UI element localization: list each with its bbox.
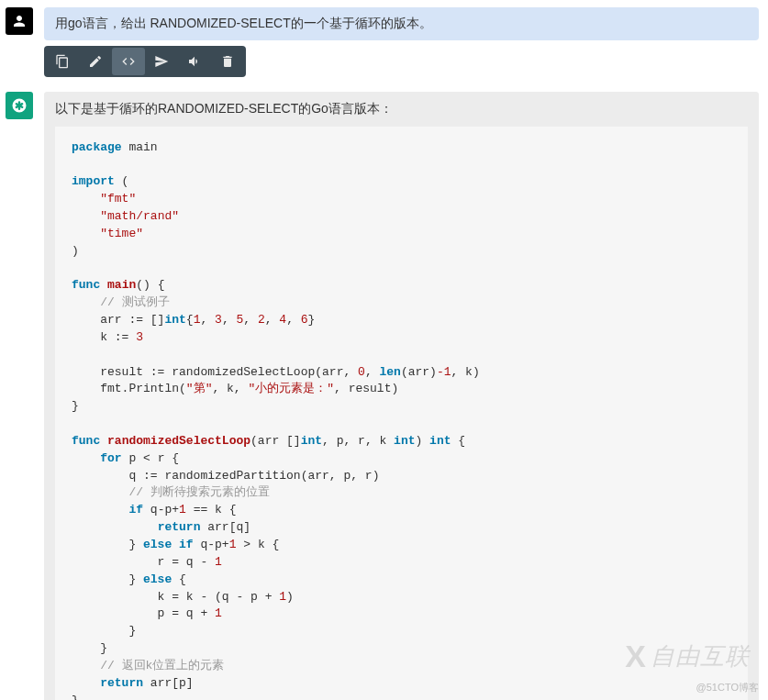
code-token: 1 bbox=[194, 313, 201, 327]
edit-icon bbox=[88, 54, 103, 69]
code-token: 3 bbox=[215, 313, 222, 327]
copy-button[interactable] bbox=[46, 48, 79, 75]
openai-icon bbox=[11, 97, 28, 114]
code-token: } bbox=[308, 313, 316, 327]
user-prompt-text: 用go语言，给出 RANDOMIZED-SELECT的一个基于循环的版本。 bbox=[44, 7, 759, 40]
code-token: , result) bbox=[334, 382, 398, 395]
code-token: } bbox=[72, 624, 136, 638]
code-token: ) bbox=[416, 434, 430, 448]
code-token: 1 bbox=[215, 606, 222, 620]
share-button[interactable] bbox=[145, 48, 178, 75]
share-icon bbox=[154, 54, 169, 69]
code-token: } bbox=[72, 641, 107, 655]
code-token: (arr [] bbox=[250, 434, 301, 448]
user-avatar bbox=[6, 7, 33, 35]
code-token: , p, r, k bbox=[322, 434, 394, 448]
code-token: "fmt" bbox=[100, 192, 136, 206]
ai-intro-text: 以下是基于循环的RANDOMIZED-SELECT的Go语言版本： bbox=[44, 92, 759, 127]
code-token: , k) bbox=[451, 365, 480, 379]
code-token: // 测试例子 bbox=[100, 295, 169, 309]
code-token: randomizedSelectLoop bbox=[107, 434, 250, 448]
code-token: -1 bbox=[437, 365, 451, 379]
code-token: 4 bbox=[279, 313, 286, 327]
ai-message-content: 以下是基于循环的RANDOMIZED-SELECT的Go语言版本： packag… bbox=[44, 92, 768, 700]
code-token: arr[p] bbox=[143, 676, 194, 690]
code-token: , bbox=[365, 365, 380, 379]
code-token: else bbox=[143, 538, 172, 551]
watermark-small: @51CTO博客 bbox=[696, 681, 759, 694]
code-token: len bbox=[379, 365, 400, 379]
code-token: 5 bbox=[236, 313, 243, 327]
code-view-button[interactable] bbox=[112, 48, 145, 75]
code-token: () { bbox=[136, 278, 164, 292]
code-token: return bbox=[100, 676, 143, 690]
code-token: for bbox=[100, 451, 121, 465]
ai-message-row: 以下是基于循环的RANDOMIZED-SELECT的Go语言版本： packag… bbox=[0, 84, 768, 700]
delete-button[interactable] bbox=[211, 48, 244, 75]
code-token: 0 bbox=[358, 365, 365, 379]
volume-icon bbox=[187, 54, 202, 69]
code-token: int bbox=[301, 434, 322, 448]
code-token: } bbox=[72, 694, 79, 700]
code-token: arr := [] bbox=[72, 313, 164, 327]
ai-response-wrapper: 以下是基于循环的RANDOMIZED-SELECT的Go语言版本： packag… bbox=[44, 92, 759, 700]
code-token: import bbox=[72, 174, 115, 188]
copy-icon bbox=[55, 54, 70, 69]
code-token: p = q + bbox=[72, 606, 215, 620]
code-token: main bbox=[107, 278, 136, 292]
watermark-logo-text: 自由互联 bbox=[651, 640, 750, 672]
code-token: ) bbox=[286, 590, 294, 604]
code-token: func bbox=[72, 434, 100, 448]
person-icon bbox=[11, 13, 28, 29]
code-token: "小的元素是：" bbox=[248, 382, 334, 395]
delete-icon bbox=[220, 54, 235, 69]
code-token: if bbox=[128, 503, 143, 517]
code-token: 2 bbox=[258, 313, 265, 327]
code-token: ) bbox=[72, 244, 79, 258]
code-token: return bbox=[158, 520, 201, 534]
code-token: > k { bbox=[236, 538, 279, 551]
code-token: { bbox=[172, 572, 186, 586]
code-icon bbox=[121, 54, 136, 69]
code-token: r = q - bbox=[72, 555, 215, 569]
code-block[interactable]: package main import ( "fmt" "math/rand" … bbox=[55, 127, 748, 700]
code-token: q-p+ bbox=[143, 503, 179, 517]
code-token: 1 bbox=[279, 590, 286, 604]
code-token: // 返回k位置上的元素 bbox=[100, 659, 224, 672]
code-token: 1 bbox=[215, 555, 222, 569]
code-token: "第" bbox=[186, 382, 213, 395]
watermark-logo: X自由互联 bbox=[625, 639, 750, 674]
code-token: k = k - (q - p + bbox=[72, 590, 279, 604]
user-message-row: 用go语言，给出 RANDOMIZED-SELECT的一个基于循环的版本。 bbox=[0, 0, 768, 84]
code-token: "math/rand" bbox=[100, 209, 179, 223]
code-token: arr[q] bbox=[200, 520, 250, 534]
user-message-content: 用go语言，给出 RANDOMIZED-SELECT的一个基于循环的版本。 bbox=[44, 7, 768, 77]
message-toolbar bbox=[44, 46, 246, 77]
code-token: } bbox=[72, 399, 79, 413]
code-token: int bbox=[164, 313, 185, 327]
code-token: result := randomizedSelectLoop(arr, bbox=[72, 365, 358, 379]
volume-button[interactable] bbox=[178, 48, 211, 75]
code-token: p < r { bbox=[122, 451, 179, 465]
code-token: == k { bbox=[186, 503, 237, 517]
code-token: package bbox=[72, 140, 122, 154]
code-token: func bbox=[72, 278, 100, 292]
code-token: { bbox=[186, 313, 194, 327]
code-token: 1 bbox=[179, 503, 186, 517]
code-token: int bbox=[394, 434, 415, 448]
code-token: 3 bbox=[136, 330, 143, 344]
code-token: { bbox=[451, 434, 466, 448]
code-token: (arr) bbox=[401, 365, 437, 379]
edit-button[interactable] bbox=[79, 48, 112, 75]
code-token: 6 bbox=[301, 313, 308, 327]
code-token: q := randomizedPartition(arr, p, r) bbox=[72, 469, 379, 483]
ai-avatar bbox=[6, 92, 33, 119]
code-token: main bbox=[122, 140, 158, 154]
code-token: k := bbox=[72, 330, 136, 344]
code-token: , k, bbox=[212, 382, 248, 395]
code-token: q-p+ bbox=[194, 538, 229, 551]
code-token: else bbox=[143, 572, 172, 586]
code-token: int bbox=[429, 434, 451, 448]
code-token: if bbox=[179, 538, 194, 551]
code-token: fmt.Println( bbox=[72, 382, 186, 395]
